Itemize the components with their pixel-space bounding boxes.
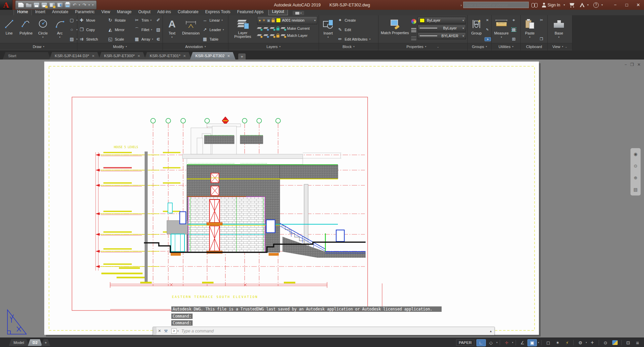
search-icon[interactable] [531, 3, 538, 7]
tracking-dropdown-icon[interactable]: ▾ [512, 341, 513, 344]
quick-select-icon[interactable]: ⌖ [511, 18, 517, 23]
lineweight-dropdown[interactable]: ByLayer▾ [418, 25, 466, 31]
stretch-button[interactable]: ⇉Stretch [79, 36, 106, 42]
cut-icon[interactable]: ✂ [539, 18, 544, 22]
rotate-button[interactable]: ↻Rotate [107, 17, 133, 23]
model-tab[interactable]: Model [9, 339, 29, 346]
panel-label-layers[interactable]: Layers▾ [228, 43, 319, 50]
text-button[interactable]: A Text▾ [164, 16, 180, 43]
help-dropdown-icon[interactable]: ▾ [601, 3, 603, 6]
quick-calc-icon[interactable]: ▩ [511, 27, 517, 32]
file-tab-et300[interactable]: KSR-SJP-ET300*✕ [99, 52, 146, 60]
panel-label-clipboard[interactable]: Clipboard [521, 43, 547, 50]
paper-space-toggle[interactable]: PAPER [456, 340, 474, 346]
arc-button[interactable]: Arc▾ [52, 16, 68, 43]
base-dropdown-icon[interactable]: ▾ [558, 36, 560, 39]
autoscale-annotation-icon[interactable]: ⚡ [563, 340, 571, 346]
file-tab-et302[interactable]: KSR-SJP-ET302✕ [190, 52, 236, 60]
trim-button[interactable]: ✂Trim▾ [134, 17, 154, 23]
autocad-app-menu-button[interactable]: A [0, 0, 13, 10]
snap-dropdown-icon[interactable]: ▾ [496, 341, 498, 344]
object-snap-tracking-icon[interactable]: ✛ [502, 340, 511, 346]
linetype-dropdown[interactable]: BYLAYER▾ [418, 32, 466, 39]
measure-button[interactable]: Measure▾ [493, 16, 510, 43]
linear-button[interactable]: ↔Linear▾ [202, 17, 227, 23]
workspace-gear-icon[interactable]: ⚙ [576, 340, 585, 346]
hatch-icon[interactable]: ▨ [69, 37, 75, 42]
layer-off-icon[interactable] [257, 26, 262, 30]
group-edit-icon[interactable]: ✎ [485, 28, 490, 31]
navigation-bar[interactable]: ◉ ⊙ ⊕ ▤ [630, 148, 641, 195]
copy-button[interactable]: ❐Copy [79, 26, 106, 33]
tab-insert[interactable]: Insert [32, 9, 49, 15]
leader-button[interactable]: ↗Leader▾ [202, 26, 227, 33]
circle-dropdown-icon[interactable]: ▾ [42, 36, 44, 39]
zoom-icon[interactable]: ⊕ [634, 175, 638, 180]
tab-add-ins[interactable]: Add-ins [154, 9, 174, 15]
file-tab-e144[interactable]: KSR-SJP-E144 D3*✕ [49, 52, 100, 60]
close-button[interactable]: ✕ [633, 0, 644, 10]
tab-output[interactable]: Output [135, 9, 154, 15]
customization-menu-icon[interactable]: ≡ [633, 340, 642, 346]
erase-icon[interactable]: ✐ [155, 18, 161, 23]
recent-commands-icon[interactable]: > [171, 328, 177, 334]
panel-label-draw[interactable]: Draw▾ [0, 43, 77, 50]
ribbon-display-toggle[interactable]: ▾ [293, 11, 304, 15]
orbit-icon[interactable]: ▤ [634, 187, 638, 192]
layer-freeze-icon[interactable] [270, 26, 275, 30]
tab-annotate[interactable]: Annotate [49, 9, 72, 15]
tab-featured-apps[interactable]: Featured Apps [234, 9, 267, 15]
explode-icon[interactable]: ▧ [155, 27, 161, 32]
measure-dropdown-icon[interactable]: ▾ [501, 36, 502, 39]
save-icon[interactable] [34, 3, 39, 7]
panel-label-annotation[interactable]: Annotation▾ [163, 43, 228, 50]
command-customize-wrench-icon[interactable]: ⚒ [163, 329, 169, 333]
command-line[interactable]: ⋮⋮ ✕ ⚒ > ▾ Type a command ▴ [153, 327, 495, 335]
match-layer-button[interactable]: Match Layer [287, 33, 308, 38]
open-file-icon[interactable] [26, 3, 31, 7]
steering-wheel-icon[interactable]: ◉ [634, 152, 637, 157]
layer-lock2-icon[interactable] [276, 28, 279, 30]
tab-collaborate[interactable]: Collaborate [174, 9, 202, 15]
isolate-objects-icon[interactable]: ⊙ [601, 340, 610, 346]
command-input[interactable]: Type a command [181, 329, 214, 333]
command-close-icon[interactable]: ✕ [156, 329, 163, 333]
panel-label-block[interactable]: Block▾ [319, 43, 378, 50]
base-button[interactable]: Base▾ [549, 16, 569, 43]
make-current-button[interactable]: Make Current [287, 26, 310, 30]
edit-attributes-button[interactable]: ✏Edit Attributes▾ [337, 36, 377, 42]
layer-dropdown-icon[interactable]: ▾ [314, 19, 316, 22]
make-current-icon[interactable] [281, 26, 286, 30]
layer-on-icon[interactable]: ● [259, 18, 261, 22]
tab-manage[interactable]: Manage [114, 9, 135, 15]
panel-label-properties[interactable]: Properties▾⌄ [378, 43, 467, 50]
layer-properties-button[interactable]: Layer Properties [230, 16, 256, 43]
layout-close-icon[interactable]: ✕ [637, 62, 641, 67]
calculator-icon[interactable]: ⊞ [511, 37, 517, 42]
match-layer-icon[interactable] [281, 33, 286, 37]
ellipse-icon[interactable]: ○ [69, 27, 75, 32]
layer-on2-icon[interactable] [257, 33, 262, 37]
graphics-performance-icon[interactable] [611, 340, 619, 346]
layer-thaw-icon[interactable]: ☀ [262, 18, 266, 23]
sign-in-dropdown-icon[interactable]: ▾ [564, 3, 565, 6]
redo-icon[interactable]: ↷ [82, 3, 86, 7]
grid-display-icon[interactable]: ∟ [476, 339, 486, 346]
properties-expander-icon[interactable]: ⌄ [437, 45, 440, 48]
print-icon[interactable] [65, 3, 70, 7]
layer-thaw2-icon[interactable] [270, 33, 275, 37]
share-dropdown-icon[interactable]: ▾ [587, 3, 589, 6]
panel-label-utilities[interactable]: Utilities▾ [492, 43, 520, 50]
undo-icon[interactable]: ↶ [73, 3, 76, 7]
layer-lock-icon[interactable] [272, 20, 275, 22]
tab-home[interactable]: Home [14, 9, 32, 15]
object-snap-icon[interactable]: ▣ [527, 339, 537, 346]
panel-label-view[interactable]: View▾⌄ [548, 43, 572, 50]
annotation-visibility-icon[interactable]: ✶ [553, 340, 562, 346]
array-button[interactable]: ▦Array▾ [134, 36, 154, 42]
fillet-button[interactable]: ⌒Fillet▾ [134, 26, 154, 33]
panel-label-groups[interactable]: Groups▾ [468, 43, 491, 50]
line-button[interactable]: Line [1, 16, 17, 43]
snap-mode-icon[interactable]: ◇ [487, 340, 495, 346]
insert-dropdown-icon[interactable]: ▾ [327, 36, 329, 39]
